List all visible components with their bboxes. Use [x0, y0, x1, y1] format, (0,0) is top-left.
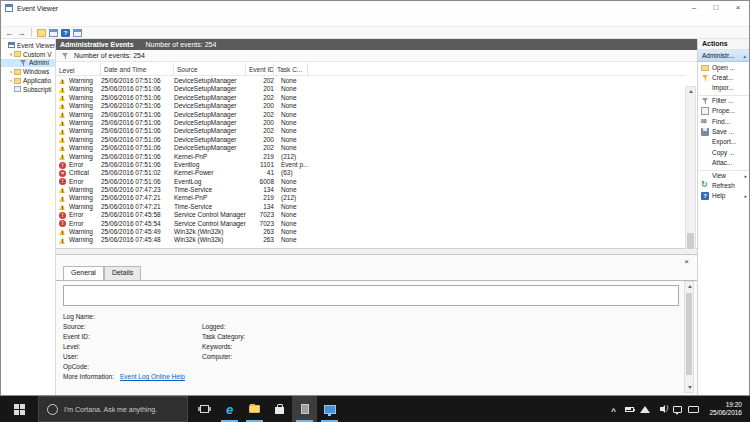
tab-general[interactable]: General	[63, 266, 104, 280]
scroll-up-icon[interactable]	[686, 87, 695, 96]
table-row[interactable]: Warning 25/06/2016 07:51:06 DeviceSetupM…	[56, 77, 685, 85]
minimize-button[interactable]: –	[683, 1, 705, 15]
action-item[interactable]: Refresh	[698, 180, 749, 190]
column-header-task-category[interactable]: Task C...	[274, 63, 308, 75]
tree-item[interactable]: > Windows	[1, 67, 55, 76]
cell-level: Warning	[69, 144, 93, 152]
toolbar-divider	[31, 28, 32, 37]
table-row[interactable]: Critical 25/06/2016 07:51:02 Kernel-Powe…	[56, 169, 685, 177]
tree-item[interactable]: Subscripti	[1, 85, 55, 94]
table-row[interactable]: Warning 25/06/2016 07:51:06 DeviceSetupM…	[56, 111, 685, 119]
action-item[interactable]: Creat...	[698, 72, 749, 82]
console-window-icon[interactable]	[73, 29, 82, 37]
action-item[interactable]: Save ...	[698, 126, 749, 136]
action-label: Refresh	[712, 182, 735, 189]
event-log-online-help-link[interactable]: Event Log Online Help	[120, 373, 185, 380]
action-copy	[701, 148, 709, 156]
collapse-icon[interactable]: ▴	[743, 53, 746, 59]
scroll-up-icon[interactable]	[685, 282, 693, 291]
cell-task-category: None	[274, 102, 308, 110]
tab-details[interactable]: Details	[104, 266, 141, 280]
table-row[interactable]: Warning 25/06/2016 07:51:06 DeviceSetupM…	[56, 127, 685, 135]
close-button[interactable]: ×	[727, 1, 749, 15]
action-item[interactable]: Open ...	[698, 62, 749, 72]
show-console-tree-icon[interactable]	[37, 29, 46, 37]
table-row[interactable]: Warning 25/06/2016 07:45:49 Win32k (Win3…	[56, 228, 685, 236]
volume-icon[interactable]	[653, 396, 669, 422]
task-view-icon[interactable]	[192, 396, 217, 422]
table-row[interactable]: Warning 25/06/2016 07:47:23 Time-Service…	[56, 186, 685, 194]
tree-item[interactable]: v Custom V	[1, 50, 55, 59]
snipping-tool-icon[interactable]	[292, 396, 317, 422]
forward-icon[interactable]: →	[17, 28, 26, 38]
cortana-search-box[interactable]: I'm Cortana. Ask me anything.	[38, 396, 188, 422]
action-center-icon[interactable]	[669, 396, 685, 422]
back-icon[interactable]: ←	[5, 28, 14, 38]
event-viewer-taskbar-icon[interactable]	[317, 396, 342, 422]
table-row[interactable]: Warning 25/06/2016 07:51:06 DeviceSetupM…	[56, 94, 685, 102]
table-row[interactable]: Warning 25/06/2016 07:47:21 Time-Service…	[56, 203, 685, 211]
cell-event-id: 7023	[246, 211, 274, 219]
column-header-source[interactable]: Source	[174, 63, 246, 75]
event-description-box	[63, 285, 679, 306]
help-icon[interactable]	[61, 29, 70, 37]
scroll-thumb[interactable]	[686, 293, 692, 375]
scroll-down-icon[interactable]	[685, 383, 693, 392]
action-label: Attac...	[712, 159, 732, 166]
cell-source: DeviceSetupManager	[174, 94, 246, 102]
maximize-button[interactable]: □	[705, 1, 727, 15]
tree-item[interactable]: Event Viewer (	[1, 41, 55, 50]
edge-icon[interactable]	[217, 396, 242, 422]
action-item[interactable]: Find...	[698, 116, 749, 126]
file-explorer-icon[interactable]	[242, 396, 267, 422]
wifi-icon[interactable]	[637, 396, 653, 422]
table-row[interactable]: Error 25/06/2016 07:51:06 EventLog 6008 …	[56, 178, 685, 186]
start-button[interactable]	[0, 396, 38, 422]
taskbar-clock[interactable]: 19:20 25/06/2016	[701, 401, 750, 417]
action-item[interactable]: Impor...	[698, 83, 749, 93]
cell-datetime: 25/06/2016 07:51:06	[101, 127, 174, 135]
detail-close-icon[interactable]: ×	[684, 257, 689, 266]
table-row[interactable]: Warning 25/06/2016 07:51:06 DeviceSetupM…	[56, 119, 685, 127]
action-item[interactable]: Export...	[698, 137, 749, 147]
tree-item[interactable]: > Applicatio	[1, 76, 55, 85]
cell-datetime: 25/06/2016 07:47:23	[101, 186, 174, 194]
actions-section-header[interactable]: Administr... ▴	[698, 50, 749, 62]
table-row[interactable]: Error 25/06/2016 07:45:58 Service Contro…	[56, 211, 685, 219]
action-label: Impor...	[712, 84, 734, 91]
cell-level: Warning	[69, 111, 93, 119]
action-item[interactable]: Attac...	[698, 158, 749, 168]
cell-task-category: None	[274, 186, 308, 194]
events-scrollbar[interactable]	[685, 86, 696, 272]
table-row[interactable]: Warning 25/06/2016 07:51:06 DeviceSetupM…	[56, 85, 685, 93]
action-item[interactable]: Filter ...	[698, 95, 749, 105]
window-icon[interactable]	[49, 29, 58, 37]
action-item[interactable]: Copy ...	[698, 147, 749, 157]
cell-event-id: 200	[246, 136, 274, 144]
table-row[interactable]: Error 25/06/2016 07:51:06 Eventlog 1101 …	[56, 161, 685, 169]
action-item[interactable]: Prope...	[698, 106, 749, 116]
table-row[interactable]: Warning 25/06/2016 07:51:06 DeviceSetupM…	[56, 136, 685, 144]
detail-field-row: Event ID: Task Category:	[63, 333, 677, 343]
table-body: Warning 25/06/2016 07:51:06 DeviceSetupM…	[56, 77, 685, 248]
tray-chevron-icon[interactable]	[605, 396, 621, 422]
battery-icon[interactable]	[621, 396, 637, 422]
table-row[interactable]: Warning 25/06/2016 07:47:21 Kernel-PnP 2…	[56, 194, 685, 202]
action-item[interactable]: Help ▸	[698, 191, 749, 201]
cell-task-category: None	[274, 178, 308, 186]
detail-scrollbar[interactable]	[684, 281, 694, 393]
tree-item[interactable]: Admini	[1, 59, 55, 68]
table-row[interactable]: Warning 25/06/2016 07:51:06 DeviceSetupM…	[56, 144, 685, 152]
table-row[interactable]: Error 25/06/2016 07:45:54 Service Contro…	[56, 220, 685, 228]
table-row[interactable]: Warning 25/06/2016 07:45:48 Win32k (Win3…	[56, 236, 685, 244]
column-header-event-id[interactable]: Event ID	[246, 63, 274, 75]
action-save	[701, 128, 709, 136]
store-icon[interactable]	[267, 396, 292, 422]
keyboard-icon[interactable]	[685, 396, 701, 422]
table-row[interactable]: Warning 25/06/2016 07:51:06 DeviceSetupM…	[56, 102, 685, 110]
column-header-datetime[interactable]: Date and Time	[101, 63, 174, 75]
table-row[interactable]: Warning 25/06/2016 07:51:06 Kernel-PnP 2…	[56, 153, 685, 161]
taskbar: I'm Cortana. Ask me anything. 19:20 25/0…	[0, 396, 750, 422]
action-item[interactable]: View ▸	[698, 170, 749, 180]
column-header-level[interactable]: Level	[56, 63, 101, 75]
